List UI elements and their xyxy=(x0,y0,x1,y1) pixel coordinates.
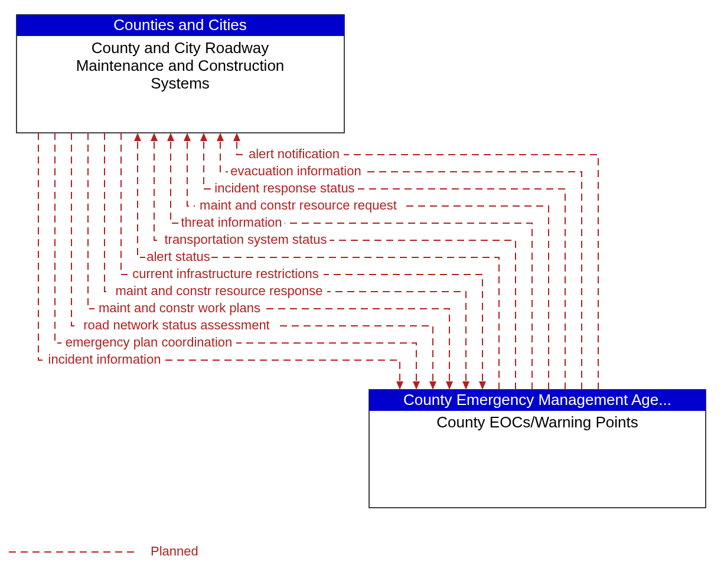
arrow-alert-notification xyxy=(233,133,240,141)
legend: Planned xyxy=(9,544,198,558)
bottom-node: County Emergency Management Age... Count… xyxy=(369,390,706,508)
arrow-maint-constr-resource-request xyxy=(184,133,191,141)
bottom-node-header-text: County Emergency Management Age... xyxy=(403,391,671,409)
flow-label-maint-constr-resource-request: maint and constr resource request xyxy=(200,198,397,213)
arrow-evacuation-information xyxy=(217,133,224,141)
flow-label-incident-information: incident information xyxy=(48,352,161,367)
top-node-body-line1: County and City Roadway xyxy=(92,39,269,57)
flow-label-current-infra-restrictions: current infrastructure restrictions xyxy=(132,266,318,281)
arrow-current-infra-restrictions xyxy=(479,381,486,390)
top-node-header-text: Counties and Cities xyxy=(113,16,246,34)
diagram-canvas: Counties and Cities County and City Road… xyxy=(0,0,724,588)
arrow-maint-constr-resource-response xyxy=(462,381,469,390)
arrow-road-network-status xyxy=(429,381,436,390)
flow-label-emergency-plan-coordination: emergency plan coordination xyxy=(66,335,233,349)
top-node: Counties and Cities County and City Road… xyxy=(17,15,344,133)
flow-label-maint-constr-resource-response: maint and constr resource response xyxy=(116,283,323,298)
arrow-emergency-plan-coordination xyxy=(413,381,420,390)
flow-label-transportation-system-status: transportation system status xyxy=(164,232,327,247)
flow-label-incident-response-status: incident response status xyxy=(214,181,354,195)
arrow-maint-constr-work-plans xyxy=(446,381,453,390)
bottom-node-body-line1: County EOCs/Warning Points xyxy=(436,413,638,431)
flows: alert notification evacuation informatio… xyxy=(38,133,598,390)
flow-label-road-network-status: road network status assessment xyxy=(83,318,269,332)
flow-label-maint-constr-work-plans: maint and constr work plans xyxy=(99,300,260,315)
arrow-alert-status xyxy=(134,133,141,141)
flow-label-threat-information: threat information xyxy=(181,215,282,230)
arrow-incident-response-status xyxy=(200,133,207,141)
flow-label-evacuation-information: evacuation information xyxy=(230,164,361,178)
arrow-threat-information xyxy=(167,133,174,141)
flow-label-alert-notification: alert notification xyxy=(249,146,340,161)
flow-label-alert-status: alert status xyxy=(146,249,210,264)
arrow-incident-information xyxy=(396,381,403,390)
top-node-body-line3: Systems xyxy=(151,74,210,92)
top-node-body-line2: Maintenance and Construction xyxy=(76,57,285,74)
legend-label-planned: Planned xyxy=(151,544,198,558)
arrow-transportation-system-status xyxy=(151,133,158,141)
